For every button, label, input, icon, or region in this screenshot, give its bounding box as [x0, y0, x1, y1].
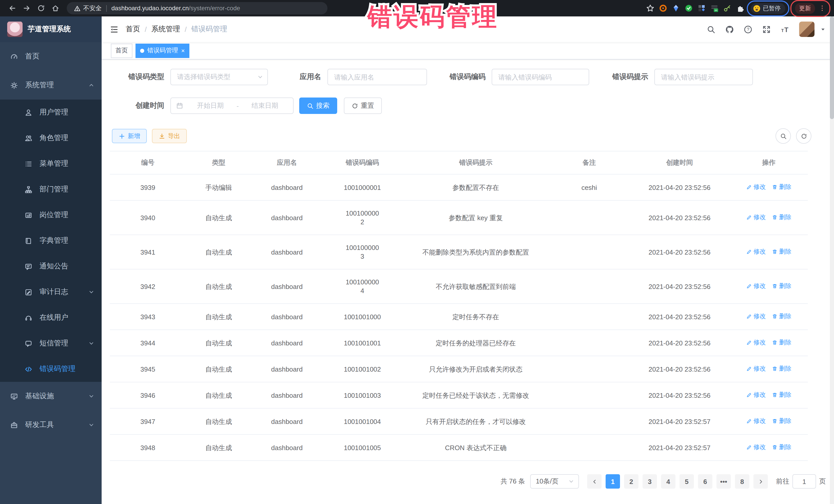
- user-avatar[interactable]: [799, 22, 814, 37]
- error-message-field: [654, 69, 753, 85]
- tab-首页[interactable]: 首页: [111, 43, 132, 58]
- delete-link[interactable]: 删除: [772, 338, 791, 347]
- edit-link[interactable]: 修改: [746, 312, 766, 321]
- sidebar-item-基础设施[interactable]: 基础设施: [0, 382, 102, 411]
- edit-link[interactable]: 修改: [746, 213, 766, 222]
- browser-scrollbar[interactable]: [830, 17, 834, 504]
- sidebar-item-通知公告[interactable]: 通知公告: [0, 254, 102, 279]
- edit-link[interactable]: 修改: [746, 443, 766, 452]
- sidebar-item-短信管理[interactable]: 短信管理: [0, 330, 102, 356]
- page-size-select[interactable]: 10条/页: [530, 474, 579, 489]
- app-logo[interactable]: 芋道管理系统: [0, 17, 102, 42]
- page-button-8[interactable]: 8: [735, 474, 749, 489]
- sidebar-item-首页[interactable]: 首页: [0, 42, 102, 71]
- column-header-错误码提示: 错误码提示: [402, 151, 549, 174]
- sidebar-item-审计日志[interactable]: 审计日志: [0, 279, 102, 305]
- sidebar-item-错误码管理[interactable]: 错误码管理: [0, 356, 102, 382]
- app-name-input[interactable]: [328, 69, 426, 85]
- extension-gem-icon[interactable]: [672, 4, 680, 12]
- browser-back-icon[interactable]: [8, 4, 17, 12]
- goto-page-input[interactable]: [793, 475, 815, 488]
- page-button-6[interactable]: 6: [698, 474, 712, 489]
- edit-link[interactable]: 修改: [746, 338, 766, 347]
- next-page-button[interactable]: [753, 474, 768, 489]
- github-icon[interactable]: [725, 25, 734, 34]
- search-button[interactable]: 搜索: [299, 97, 337, 114]
- table-toolbar: 新增 导出: [110, 128, 826, 144]
- sidebar-item-部门管理[interactable]: 部门管理: [0, 177, 102, 202]
- extension-grid-icon[interactable]: [697, 4, 705, 12]
- export-button[interactable]: 导出: [152, 129, 187, 143]
- goto-label: 前往: [776, 477, 789, 486]
- sidebar-item-系统管理[interactable]: 系统管理: [0, 71, 102, 100]
- delete-link[interactable]: 删除: [772, 247, 791, 256]
- date-range-picker[interactable]: 开始日期 - 结束日期: [170, 97, 293, 114]
- breadcrumb-separator: /: [185, 25, 187, 34]
- cell-remark: ceshi: [549, 174, 629, 200]
- sidebar-item-岗位管理[interactable]: 岗位管理: [0, 202, 102, 228]
- browser-forward-icon[interactable]: [23, 4, 31, 12]
- update-button[interactable]: 更新: [795, 3, 815, 14]
- refresh-table-button[interactable]: [796, 128, 811, 144]
- cell-message: 不能删除类型为系统内置的参数配置: [402, 235, 549, 269]
- show-search-button[interactable]: [775, 128, 791, 144]
- reset-button[interactable]: 重置: [344, 97, 382, 114]
- delete-link[interactable]: 删除: [772, 417, 791, 425]
- extension-green-check-icon[interactable]: [684, 4, 693, 12]
- sidebar-item-菜单管理[interactable]: 菜单管理: [0, 151, 102, 177]
- browser-home-icon[interactable]: [51, 4, 60, 12]
- delete-link[interactable]: 删除: [772, 365, 791, 373]
- page-button-2[interactable]: 2: [624, 474, 638, 489]
- delete-link[interactable]: 删除: [772, 282, 791, 290]
- scrollbar-thumb[interactable]: [830, 17, 834, 119]
- page-button-1[interactable]: 1: [606, 474, 620, 489]
- edit-link[interactable]: 修改: [746, 365, 766, 373]
- add-button[interactable]: 新增: [112, 129, 147, 143]
- avatar-caret-down-icon[interactable]: [820, 26, 826, 32]
- edit-link[interactable]: 修改: [746, 183, 766, 192]
- error-code-input[interactable]: [492, 69, 589, 85]
- help-question-icon[interactable]: ?: [744, 25, 752, 34]
- profile-paused-chip[interactable]: 已暂停: [749, 2, 787, 15]
- breadcrumb-home[interactable]: 首页: [126, 25, 140, 34]
- page-button-4[interactable]: 4: [661, 474, 675, 489]
- breadcrumb-system[interactable]: 系统管理: [151, 25, 180, 34]
- delete-link[interactable]: 删除: [772, 312, 791, 321]
- edit-link[interactable]: 修改: [746, 417, 766, 425]
- extensions-puzzle-icon[interactable]: [736, 4, 744, 12]
- font-size-icon[interactable]: TT: [781, 25, 789, 34]
- extension-on-badge-icon[interactable]: on: [710, 4, 718, 12]
- cell-remark: [549, 356, 629, 382]
- delete-link[interactable]: 删除: [772, 183, 791, 192]
- page-button-3[interactable]: 3: [642, 474, 657, 489]
- browser-reload-icon[interactable]: [37, 4, 45, 12]
- sidebar-toggle-icon[interactable]: [110, 25, 118, 34]
- extension-key-icon[interactable]: [723, 4, 731, 12]
- browser-address-bar[interactable]: 不安全 dashboard.yudao.iocoder.cn/system/er…: [67, 2, 327, 14]
- delete-link[interactable]: 删除: [772, 391, 791, 399]
- delete-link[interactable]: 删除: [772, 443, 791, 452]
- sidebar-item-在线用户[interactable]: 在线用户: [0, 305, 102, 330]
- delete-link[interactable]: 删除: [772, 213, 791, 222]
- edit-link[interactable]: 修改: [746, 282, 766, 290]
- error-type-select[interactable]: 请选择错误码类型: [170, 69, 268, 85]
- sidebar-item-label: 岗位管理: [40, 211, 68, 220]
- prev-page-button[interactable]: [587, 474, 601, 489]
- error-message-input[interactable]: [655, 69, 752, 85]
- bookmark-star-icon[interactable]: [646, 4, 654, 12]
- close-tab-icon[interactable]: ×: [181, 47, 185, 53]
- fullscreen-icon[interactable]: [762, 25, 771, 34]
- sidebar-item-研发工具[interactable]: 研发工具: [0, 411, 102, 439]
- header-search-icon[interactable]: [707, 25, 716, 34]
- edit-link[interactable]: 修改: [746, 391, 766, 399]
- extension-orange-icon[interactable]: [659, 4, 667, 12]
- edit-link[interactable]: 修改: [746, 247, 766, 256]
- cell-type: 自动生成: [186, 382, 251, 408]
- page-button-5[interactable]: 5: [680, 474, 694, 489]
- tab-错误码管理[interactable]: 错误码管理×: [135, 43, 190, 58]
- pagination-ellipsis[interactable]: •••: [717, 474, 731, 489]
- sidebar-item-角色管理[interactable]: 角色管理: [0, 125, 102, 151]
- sidebar-item-字典管理[interactable]: 字典管理: [0, 228, 102, 254]
- browser-menu-kebab-icon[interactable]: [819, 5, 826, 12]
- sidebar-item-用户管理[interactable]: 用户管理: [0, 100, 102, 125]
